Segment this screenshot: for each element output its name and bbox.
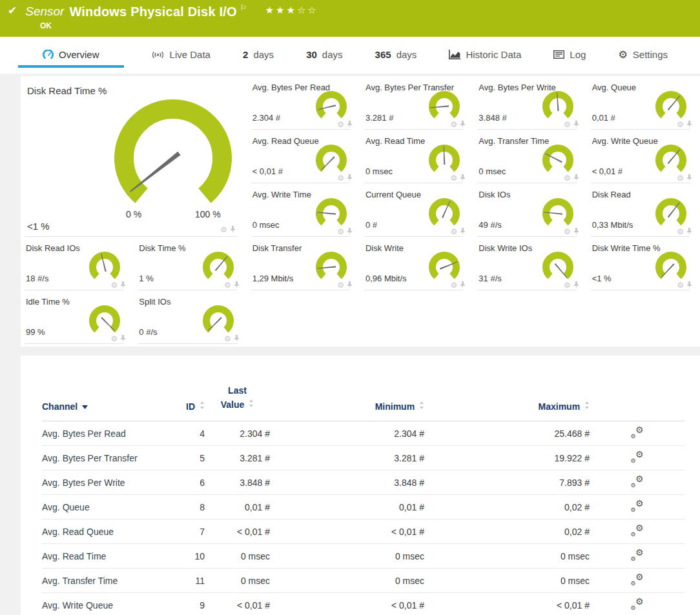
channel-name[interactable]: Avg. Transfer Time [42, 569, 161, 593]
gear-icon[interactable]: ⚙ [337, 174, 344, 182]
gauge-cell-avg-transfer-time[interactable]: Avg. Transfer Time 0 msec ⚙ [473, 130, 586, 183]
gauge-cell-disk-read[interactable]: Disk Read 0,33 Mbit/s ⚙ [587, 183, 700, 237]
pin-icon[interactable] [573, 228, 579, 236]
tab-log[interactable]: Log [548, 44, 591, 68]
gear-icon[interactable]: ⚙ [451, 174, 458, 182]
channel-settings-icon[interactable]: ⚙⚙ [631, 427, 644, 438]
channel-settings-icon[interactable]: ⚙⚙ [631, 476, 644, 487]
gear-icon[interactable]: ⚙ [111, 335, 118, 343]
gear-icon[interactable]: ⚙ [451, 281, 458, 289]
pin-icon[interactable] [230, 226, 236, 234]
gauge-cell-split-ios[interactable]: Split IOs 0 #/s ⚙ [134, 290, 247, 344]
pin-icon[interactable] [686, 228, 692, 236]
tab-live-data[interactable]: Live Data [146, 44, 216, 68]
gauge-cell-avg-write-time[interactable]: Avg. Write Time 0 msec ⚙ [247, 183, 360, 237]
channel-settings-icon[interactable]: ⚙⚙ [631, 525, 644, 536]
channel-settings-icon[interactable]: ⚙⚙ [631, 500, 644, 512]
tab-2-days[interactable]: 2days [238, 44, 279, 68]
gear-icon[interactable]: ⚙ [224, 335, 231, 343]
gear-icon[interactable]: ⚙ [677, 281, 684, 289]
pin-icon[interactable] [460, 174, 466, 182]
column-header-channel[interactable]: Channel [42, 384, 161, 421]
tab-historic-data[interactable]: Historic Data [444, 44, 526, 68]
flag-icon[interactable]: ⚐ [240, 3, 247, 12]
channel-name[interactable]: Avg. Queue [42, 495, 161, 519]
gauge-cell-current-queue[interactable]: Current Queue 0 # ⚙ [360, 183, 473, 237]
gear-icon[interactable]: ⚙ [451, 228, 458, 236]
channel-name[interactable]: Avg. Bytes Per Transfer [42, 446, 161, 470]
gauge-cell-disk-read-ios[interactable]: Disk Read IOs 18 #/s ⚙ [21, 237, 134, 290]
gauge-cell-disk-transfer[interactable]: Disk Transfer 1,29 Mbit/s ⚙ [247, 237, 360, 290]
pin-icon[interactable] [120, 281, 126, 289]
gauge-cell-idle-time[interactable]: Idle Time % 99 % ⚙ [21, 290, 134, 344]
gear-icon[interactable]: ⚙ [564, 174, 571, 182]
pin-icon[interactable] [573, 281, 579, 289]
tab-overview[interactable]: Overview [18, 44, 124, 68]
gauge-cell-disk-ios[interactable]: Disk IOs 49 #/s ⚙ [473, 183, 586, 237]
table-row[interactable]: Avg. Read Queue 7 < 0,01 # < 0,01 # 0,02… [42, 519, 685, 544]
gear-icon[interactable]: ⚙ [677, 174, 684, 182]
tab-365-days[interactable]: 365days [370, 44, 422, 68]
channel-name[interactable]: Avg. Read Queue [42, 519, 161, 544]
column-header-maximum[interactable]: Maximum [424, 384, 590, 421]
gauge-cell-avg-bytes-per-transfer[interactable]: Avg. Bytes Per Transfer 3.281 # ⚙ [360, 76, 473, 130]
column-header-minimum[interactable]: Minimum [270, 384, 424, 421]
gauge-cell-disk-write-ios[interactable]: Disk Write IOs 31 #/s ⚙ [473, 237, 586, 290]
gear-icon[interactable]: ⚙ [111, 281, 118, 289]
table-row[interactable]: Avg. Transfer Time 11 0 msec 0 msec 0 ms… [42, 569, 685, 593]
tab-settings[interactable]: ⚙Settings [613, 44, 673, 68]
table-row[interactable]: Avg. Read Time 10 0 msec 0 msec 0 msec ⚙… [42, 544, 685, 569]
gear-icon[interactable]: ⚙ [337, 121, 344, 128]
gauge-cell-avg-read-time[interactable]: Avg. Read Time 0 msec ⚙ [360, 130, 473, 183]
pin-icon[interactable] [686, 174, 692, 182]
channel-settings-icon[interactable]: ⚙⚙ [631, 451, 644, 463]
priority-stars[interactable]: ★★★☆☆ [265, 5, 318, 16]
gear-icon[interactable]: ⚙ [220, 226, 227, 234]
gear-icon[interactable]: ⚙ [677, 228, 684, 236]
pin-icon[interactable] [460, 121, 466, 128]
gauge-cell-disk-write[interactable]: Disk Write 0,96 Mbit/s ⚙ [360, 237, 473, 290]
column-header-id[interactable]: ID [161, 384, 205, 421]
tab-30-days[interactable]: 30days [301, 44, 347, 68]
table-row[interactable]: Avg. Queue 8 0,01 # 0,01 # 0,02 # ⚙⚙ [42, 495, 685, 519]
pin-icon[interactable] [234, 335, 240, 343]
table-row[interactable]: Avg. Bytes Per Write 6 3.848 # 3.848 # 7… [42, 470, 685, 495]
gear-icon[interactable]: ⚙ [564, 228, 571, 236]
pin-icon[interactable] [347, 174, 353, 182]
gauge-cell-avg-read-queue[interactable]: Avg. Read Queue < 0,01 # ⚙ [247, 130, 360, 183]
gear-icon[interactable]: ⚙ [337, 228, 344, 236]
channel-name[interactable]: Avg. Read Time [42, 544, 161, 569]
channel-settings-icon[interactable]: ⚙⚙ [631, 574, 644, 585]
table-row[interactable]: Avg. Bytes Per Read 4 2.304 # 2.304 # 25… [42, 421, 685, 446]
gear-icon[interactable]: ⚙ [677, 121, 684, 128]
pin-icon[interactable] [234, 281, 240, 289]
gear-icon[interactable]: ⚙ [224, 281, 231, 289]
gauge-cell-avg-queue[interactable]: Avg. Queue 0,01 # ⚙ [587, 76, 700, 130]
gear-icon[interactable]: ⚙ [564, 121, 571, 128]
gear-icon[interactable]: ⚙ [451, 121, 458, 128]
pin-icon[interactable] [347, 121, 353, 128]
gauge-cell-avg-bytes-per-read[interactable]: Avg. Bytes Per Read 2.304 # ⚙ [247, 76, 360, 130]
channel-settings-icon[interactable]: ⚙⚙ [631, 598, 644, 610]
channel-settings-icon[interactable]: ⚙⚙ [631, 549, 644, 561]
gauge-cell-avg-bytes-per-write[interactable]: Avg. Bytes Per Write 3.848 # ⚙ [473, 76, 586, 130]
pin-icon[interactable] [347, 281, 353, 289]
pin-icon[interactable] [460, 281, 466, 289]
channel-name[interactable]: Avg. Write Queue [42, 593, 161, 615]
table-row[interactable]: Avg. Bytes Per Transfer 5 3.281 # 3.281 … [42, 446, 685, 470]
gauge-cell-avg-write-queue[interactable]: Avg. Write Queue < 0,01 # ⚙ [587, 130, 700, 183]
pin-icon[interactable] [573, 174, 579, 182]
primary-gauge-cell[interactable]: Disk Read Time % 0 % 100 % <1 % ⚙ [21, 76, 247, 237]
table-row[interactable]: Avg. Write Queue 9 < 0,01 # < 0,01 # < 0… [42, 593, 685, 615]
pin-icon[interactable] [686, 121, 692, 128]
column-header-last-value[interactable]: Last Value [205, 384, 270, 421]
pin-icon[interactable] [460, 228, 466, 236]
gear-icon[interactable]: ⚙ [564, 281, 571, 289]
pin-icon[interactable] [573, 121, 579, 128]
pin-icon[interactable] [686, 281, 692, 289]
gauge-cell-disk-time[interactable]: Disk Time % 1 % ⚙ [134, 237, 247, 290]
gauge-cell-disk-write-time[interactable]: Disk Write Time % <1 % ⚙ [587, 237, 700, 290]
pin-icon[interactable] [120, 335, 126, 343]
channel-name[interactable]: Avg. Bytes Per Write [42, 470, 161, 495]
gear-icon[interactable]: ⚙ [337, 281, 344, 289]
